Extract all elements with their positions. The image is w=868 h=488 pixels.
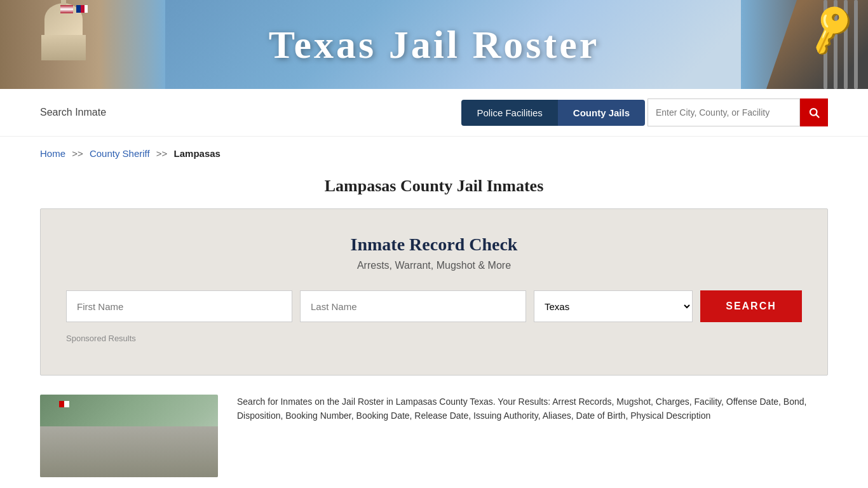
inmate-check-box: Inmate Record Check Arrests, Warrant, Mu… [40,208,828,376]
page-title: Lampasas County Jail Inmates [0,177,868,196]
facility-search-input[interactable] [648,98,800,126]
nav-bar: Search Inmate Police Facilities County J… [0,89,868,137]
site-title-container: Texas Jail Roster [269,22,599,67]
dome-base [41,35,86,60]
police-facilities-button[interactable]: Police Facilities [461,100,557,126]
site-title: Texas Jail Roster [269,22,599,67]
nav-search-bar [648,98,828,126]
inmate-search-form: Texas Alabama Alaska Arizona Arkansas Ca… [66,290,802,322]
breadcrumb: Home >> County Sheriff >> Lampasas [0,137,868,170]
inmate-check-subtitle: Arrests, Warrant, Mugshot & More [66,260,802,271]
page-title-section: Lampasas County Jail Inmates [0,170,868,208]
breadcrumb-county-sheriff[interactable]: County Sheriff [90,148,150,159]
last-name-input[interactable] [300,290,526,322]
breadcrumb-separator-1: >> [72,148,83,159]
inmate-check-title: Inmate Record Check [66,234,802,255]
building-visual [40,426,218,477]
county-jails-button[interactable]: County Jails [558,100,645,126]
nav-right: Police Facilities County Jails [461,98,828,126]
breadcrumb-home[interactable]: Home [40,148,65,159]
building-flag [59,401,69,407]
state-select[interactable]: Texas Alabama Alaska Arizona Arkansas Ca… [534,290,693,322]
county-description: Search for Inmates on the Jail Roster in… [237,395,828,477]
svg-line-1 [816,114,818,117]
facility-search-button[interactable] [800,98,828,126]
sponsored-results-label: Sponsored Results [66,334,802,343]
header-right-image: 🔑 [741,0,868,89]
capitol-image [0,0,165,89]
us-flag [60,5,73,13]
breadcrumb-current: Lampasas [174,148,220,159]
search-inmate-label: Search Inmate [40,107,106,118]
county-building-image [40,395,218,477]
breadcrumb-separator-2: >> [156,148,168,159]
texas-flag [76,5,88,13]
search-icon [808,107,820,118]
first-name-input[interactable] [66,290,292,322]
inmate-search-button[interactable]: SEARCH [700,290,802,322]
header-banner: Texas Jail Roster 🔑 [0,0,868,89]
bottom-section: Search for Inmates on the Jail Roster in… [0,382,868,488]
